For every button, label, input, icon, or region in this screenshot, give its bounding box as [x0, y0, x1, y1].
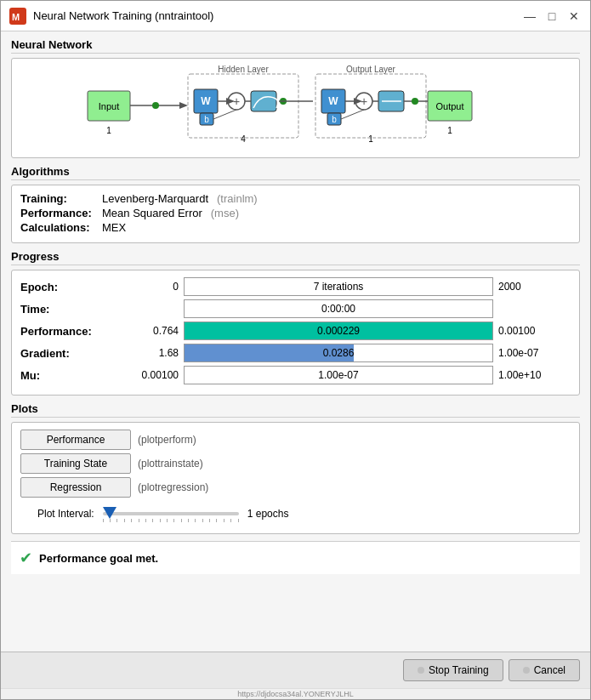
svg-text:Output: Output: [435, 101, 463, 111]
svg-text:1: 1: [106, 126, 111, 135]
plot-interval-row: Plot Interval:: [20, 504, 571, 526]
plot-button-regression[interactable]: Regression: [20, 477, 131, 498]
progress-row: Time:0:00:00: [20, 299, 571, 318]
performance-sub: (mse): [211, 207, 239, 219]
plots-box: Performance(plotperform)Training State(p…: [11, 422, 580, 534]
checkmark-icon: ✔: [20, 549, 32, 567]
plots-section: Plots Performance(plotperform)Training S…: [11, 402, 580, 534]
stop-training-label: Stop Training: [429, 664, 489, 676]
progress-bar-text: 0.000229: [317, 325, 360, 337]
svg-text:1: 1: [447, 126, 452, 135]
progress-row-right-value: 0.00100: [498, 325, 571, 337]
minimize-button[interactable]: —: [522, 9, 537, 24]
slider-ticks: [103, 519, 239, 522]
cancel-label: Cancel: [534, 664, 565, 676]
calculations-value: MEX: [102, 221, 126, 234]
stop-training-dot-icon: [418, 667, 424, 674]
progress-row-right-value: 1.00e+10: [498, 369, 571, 381]
goal-row: ✔ Performance goal met.: [11, 541, 580, 574]
goal-text: Performance goal met.: [39, 552, 158, 565]
progress-row-label: Time:: [20, 303, 114, 316]
svg-text:Output Layer: Output Layer: [346, 65, 395, 74]
progress-row-label: Performance:: [20, 325, 114, 338]
title-bar-controls: — □ ✕: [522, 9, 582, 24]
network-diagram-svg: Input 1 Hidden Layer W b: [62, 65, 530, 151]
progress-row: Epoch:07 iterations2000: [20, 277, 571, 296]
stop-training-button[interactable]: Stop Training: [403, 659, 503, 681]
neural-network-header: Neural Network: [11, 38, 580, 54]
plot-button-row: Regression(plotregression): [20, 477, 571, 498]
progress-row: Gradient:1.680.02861.00e-07: [20, 344, 571, 362]
plot-button-performance[interactable]: Performance: [20, 430, 131, 450]
plot-button-row: Performance(plotperform): [20, 430, 571, 450]
progress-header: Progress: [11, 250, 580, 265]
training-value: Levenberg-Marquardt: [102, 192, 208, 205]
progress-bar-text: 7 iterations: [314, 281, 364, 293]
calculations-row: Calculations: MEX: [20, 221, 571, 234]
progress-rows: Epoch:07 iterations2000Time:0:00:00Perfo…: [20, 277, 571, 384]
algorithms-section: Algorithms Training: Levenberg-Marquardt…: [11, 165, 580, 243]
progress-bar-fill: [185, 278, 293, 295]
cancel-dot-icon: [523, 667, 530, 674]
neural-network-section: Neural Network Input 1 Hidden Layer: [11, 38, 580, 158]
slider-thumb-icon: [103, 507, 116, 519]
url-bar: https://djdocsa34al.YONERYJLHL: [1, 688, 590, 699]
main-window: M Neural Network Training (nntraintool) …: [0, 0, 591, 700]
progress-row-left-value: 0.764: [119, 325, 179, 337]
progress-section: Progress Epoch:07 iterations2000Time:0:0…: [11, 250, 580, 396]
plot-interval-value: 1 epochs: [247, 508, 289, 520]
progress-row-left-value: 0: [119, 281, 179, 293]
training-label: Training:: [20, 192, 97, 205]
progress-row-right-value: 2000: [498, 281, 571, 293]
progress-row-left-value: 0.00100: [119, 369, 179, 381]
content-area: Neural Network Input 1 Hidden Layer: [1, 31, 590, 652]
svg-text:Input: Input: [98, 101, 118, 111]
window-title: Neural Network Training (nntraintool): [33, 9, 213, 22]
progress-bar: 0.000229: [184, 322, 493, 340]
svg-point-7: [152, 102, 159, 109]
title-bar-left: M Neural Network Training (nntraintool): [9, 8, 213, 25]
progress-row-label: Gradient:: [20, 347, 114, 360]
slider-track: [103, 512, 239, 515]
progress-bar: 0.0286: [184, 344, 493, 362]
progress-bar-text: 0.0286: [323, 347, 355, 359]
plot-button-training-state[interactable]: Training State: [20, 453, 131, 474]
matlab-logo-icon: M: [9, 8, 26, 25]
performance-label: Performance:: [20, 207, 97, 219]
svg-rect-17: [251, 91, 276, 111]
progress-row-label: Mu:: [20, 369, 114, 382]
neural-network-diagram: Input 1 Hidden Layer W b: [11, 58, 580, 158]
training-sub: (trainlm): [217, 192, 258, 205]
progress-row-right-value: 1.00e-07: [498, 347, 571, 359]
svg-text:W: W: [328, 95, 338, 107]
plot-interval-label: Plot Interval:: [37, 508, 94, 520]
progress-row: Mu:0.001001.00e-071.00e+10: [20, 366, 571, 384]
progress-bar: 7 iterations: [184, 277, 493, 296]
plot-interval-slider[interactable]: [103, 512, 239, 515]
algorithms-header: Algorithms: [11, 165, 580, 180]
svg-point-39: [412, 98, 418, 105]
svg-text:b: b: [332, 115, 337, 124]
maximize-button[interactable]: □: [544, 9, 560, 24]
svg-text:4: 4: [241, 134, 246, 144]
plot-button-row: Training State(plottrainstate): [20, 453, 571, 474]
cancel-button[interactable]: Cancel: [509, 659, 580, 681]
svg-text:1: 1: [368, 134, 373, 144]
plot-button-sub-2: (plotregression): [138, 481, 208, 493]
progress-box: Epoch:07 iterations2000Time:0:00:00Perfo…: [11, 270, 580, 396]
progress-bar: 1.00e-07: [184, 366, 493, 384]
svg-text:b: b: [204, 115, 209, 124]
plot-button-sub-1: (plottrainstate): [138, 458, 203, 470]
close-button[interactable]: ✕: [566, 9, 582, 24]
progress-bar-text: 1.00e-07: [318, 369, 358, 381]
performance-value: Mean Squared Error: [102, 207, 202, 219]
calculations-label: Calculations:: [20, 221, 97, 234]
title-bar: M Neural Network Training (nntraintool) …: [1, 1, 590, 31]
performance-row: Performance: Mean Squared Error (mse): [20, 207, 571, 219]
svg-text:W: W: [201, 95, 211, 107]
svg-text:Hidden Layer: Hidden Layer: [218, 65, 269, 74]
plot-button-sub-0: (plotperform): [138, 434, 196, 446]
bottom-bar: Stop Training Cancel: [1, 652, 590, 688]
progress-row-left-value: 1.68: [119, 347, 179, 359]
algorithms-box: Training: Levenberg-Marquardt (trainlm) …: [11, 185, 580, 243]
